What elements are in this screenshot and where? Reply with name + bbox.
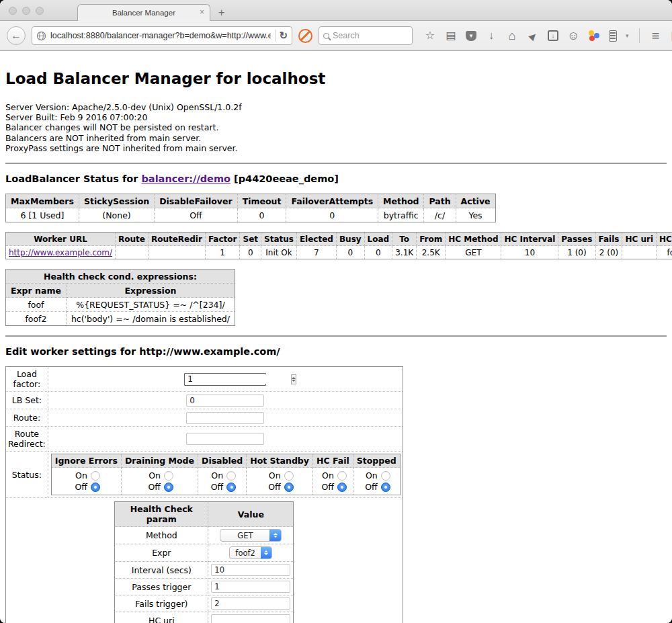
hc-expr-select[interactable]: foof2	[229, 546, 272, 559]
radio-draining-mode-off[interactable]	[164, 483, 173, 492]
radio-hot-standby-off[interactable]	[284, 483, 294, 492]
browser-window: Balancer Manager × + ← localhost:8880/ba…	[0, 0, 672, 623]
smiley-extension-icon[interactable]: ☺	[567, 30, 579, 42]
adblock-icon[interactable]	[298, 29, 312, 43]
status-radio-table: Ignore Errors Draining Mode Disabled Hot…	[51, 454, 401, 495]
url-bar[interactable]: localhost:8880/balancer-manager?b=demo&w…	[32, 26, 292, 45]
table-header-row: Worker URL Route RouteRedir Factor Set S…	[6, 233, 672, 246]
server-version-line: Server Version: Apache/2.5.0-dev (Unix) …	[5, 102, 667, 112]
table-row: 6 [1 Used] (None) Off 0 0 bytraffic /c/ …	[6, 208, 496, 222]
route-redirect-input[interactable]	[186, 433, 264, 445]
search-input[interactable]	[333, 31, 400, 40]
tab-balancer-manager[interactable]: Balancer Manager ×	[77, 4, 210, 21]
downloads-icon[interactable]: ↓	[485, 30, 497, 42]
table-header-row: Ignore Errors Draining Mode Disabled Hot…	[51, 454, 400, 468]
number-spinner-icon[interactable]	[291, 374, 296, 384]
load-factor-field[interactable]	[184, 373, 266, 386]
hc-interval-input[interactable]	[211, 564, 290, 576]
load-factor-input[interactable]	[185, 374, 291, 384]
tab-bar: Balancer Manager × +	[0, 0, 672, 21]
route-input[interactable]	[186, 412, 264, 424]
table-row: foof2 hc('body') =~ /domain is establish…	[6, 312, 235, 326]
lb-set-input[interactable]	[186, 394, 264, 407]
menu-icon[interactable]: ≡	[650, 30, 662, 42]
radio-ignore-errors-off[interactable]	[91, 483, 100, 492]
edit-worker-form: Load factor: LB Set: Route: Route Redire…	[5, 366, 403, 623]
url-input[interactable]: localhost:8880/balancer-manager?b=demo&w…	[50, 31, 271, 40]
col-hot-standby: Hot Standby	[247, 454, 313, 468]
col-hc-fail: HC Fail	[312, 454, 353, 468]
send-icon[interactable]: ▶	[527, 30, 539, 42]
table-header-row: Health Check param Value	[115, 502, 294, 527]
col-disabled: Disabled	[198, 454, 247, 468]
server-built-line: Server Built: Feb 9 2016 07:00:20	[5, 112, 667, 122]
radio-stopped-on[interactable]	[381, 471, 390, 481]
bookmark-star-icon[interactable]: ☆	[424, 30, 436, 42]
table-header-row: Expr name Expression	[6, 284, 235, 298]
new-tab-button[interactable]: +	[218, 7, 224, 19]
yellow-dot	[589, 30, 594, 36]
worker-status-table: Worker URL Route RouteRedir Factor Set S…	[5, 232, 672, 259]
edit-worker-heading: Edit worker settings for http://www.exam…	[5, 346, 667, 357]
colored-dots-extension-icon[interactable]	[588, 30, 600, 42]
hc-uri-input[interactable]	[211, 614, 290, 623]
pocket-icon[interactable]: ▾	[466, 31, 476, 41]
page-title: Load Balancer Manager for localhost	[5, 70, 667, 87]
lb-set-label: LB Set:	[6, 392, 48, 409]
zoom-window-button[interactable]	[36, 7, 44, 15]
health-check-param-table: Health Check param Value Method GET Expr…	[114, 501, 294, 623]
radio-hc-fail-on[interactable]	[337, 471, 347, 481]
worker-url-link[interactable]: http://www.example.com/	[9, 248, 112, 257]
close-window-button[interactable]	[9, 7, 17, 15]
back-button[interactable]: ←	[7, 26, 26, 45]
radio-ignore-errors-on[interactable]	[91, 471, 100, 481]
hc-uri-label: HC uri	[115, 612, 208, 623]
search-bar[interactable]	[319, 26, 413, 45]
reload-icon[interactable]: ↻	[279, 30, 288, 42]
col-draining-mode: Draining Mode	[121, 454, 198, 468]
hc-expr-label: Expr	[115, 544, 208, 562]
table-row: foof %{REQUEST_STATUS} =~ /^[234]/	[6, 298, 235, 312]
divider	[5, 335, 667, 337]
col-failoverattempts: FailoverAttempts	[286, 194, 378, 208]
balancer-demo-link[interactable]: balancer://demo	[141, 173, 230, 184]
table-header-row: MaxMembers StickySession DisableFailover…	[6, 194, 496, 208]
radio-disabled-on[interactable]	[226, 471, 236, 481]
red-dot	[589, 36, 595, 41]
toolbar-separator	[639, 28, 640, 43]
expr-table-title: Health check cond. expressions:	[6, 269, 235, 284]
col-maxmembers: MaxMembers	[6, 194, 79, 208]
radio-stopped-off[interactable]	[381, 483, 390, 492]
server-info: Server Version: Apache/2.5.0-dev (Unix) …	[5, 102, 667, 153]
toolbar-buttons: ☆ ▤ ▾ ↓ ⌂ ▶ ↓ ☺ ▾ ≡ ▦	[424, 28, 672, 43]
hc-passes-input[interactable]	[211, 581, 290, 593]
hc-method-label: Method	[115, 527, 208, 544]
divider	[5, 163, 667, 164]
hc-fails-input[interactable]	[211, 597, 290, 610]
minimize-window-button[interactable]	[22, 7, 30, 15]
table-row: http://www.example.com/ 1 0 Init Ok 7 0 …	[6, 246, 672, 259]
tab-close-icon[interactable]: ×	[200, 7, 204, 17]
select-arrows-icon	[261, 547, 272, 558]
radio-hc-fail-off[interactable]	[337, 483, 347, 492]
hc-method-select[interactable]: GET	[220, 529, 282, 542]
heading-suffix: [p4420eeae_demo]	[230, 173, 339, 184]
radio-disabled-off[interactable]	[226, 483, 236, 492]
col-stopped: Stopped	[353, 454, 400, 468]
hc-interval-label: Interval (secs)	[115, 562, 208, 579]
col-method: Method	[378, 194, 424, 208]
extension-caret-icon[interactable]: ▾	[626, 32, 629, 39]
radio-hot-standby-on[interactable]	[284, 471, 294, 481]
balancer-status-table: MaxMembers StickySession DisableFailover…	[5, 194, 496, 222]
save-to-device-icon[interactable]: ↓	[548, 30, 558, 41]
url-divider	[275, 30, 276, 42]
radio-draining-mode-on[interactable]	[164, 471, 173, 481]
load-factor-label: Load factor:	[6, 367, 48, 392]
home-icon[interactable]: ⌂	[506, 30, 518, 42]
search-icon	[323, 33, 329, 39]
window-controls	[9, 7, 44, 15]
hc-fails-label: Fails trigger)	[115, 595, 208, 612]
status-label: Status:	[6, 452, 48, 498]
reading-list-icon[interactable]: ▤	[445, 30, 457, 42]
battery-extension-icon[interactable]	[609, 30, 617, 42]
